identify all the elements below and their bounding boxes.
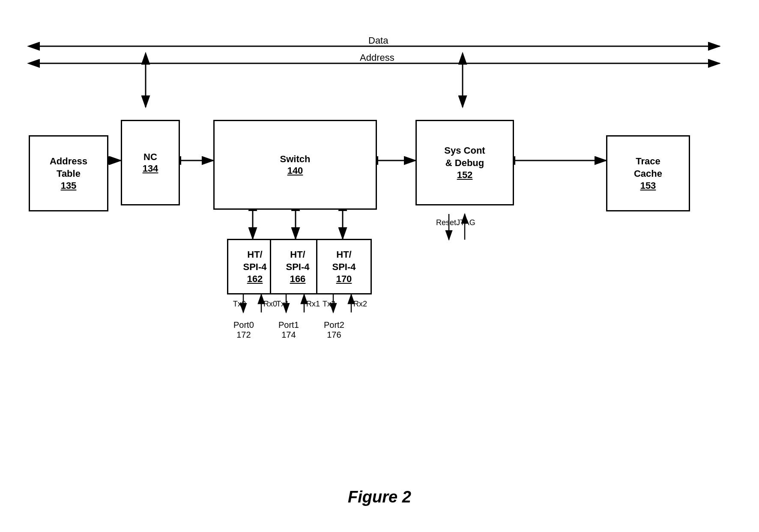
- diagram-svg: [0, 0, 759, 532]
- nc-num: 134: [143, 163, 158, 174]
- port1-label: Port1 174: [278, 320, 299, 340]
- port2-num: 176: [327, 330, 341, 339]
- ht-spi4-170-block: HT/SPI-4 170: [316, 239, 372, 294]
- data-bus-label: Data: [368, 35, 388, 46]
- port1-name: Port1: [278, 320, 299, 330]
- nc-block: NC 134: [121, 120, 180, 205]
- address-table-label: AddressTable: [50, 155, 87, 180]
- jtag-label: JTAG: [456, 218, 475, 227]
- trace-cache-block: TraceCache 153: [606, 135, 690, 211]
- sys-cont-label: Sys Cont& Debug: [444, 145, 485, 169]
- rx2-label: Rx2: [353, 300, 367, 309]
- trace-cache-num: 153: [640, 180, 656, 191]
- nc-label: NC: [143, 151, 157, 163]
- port0-num: 172: [236, 330, 251, 339]
- port2-name: Port2: [324, 320, 344, 330]
- trace-cache-label: TraceCache: [634, 155, 662, 180]
- port1-num: 174: [281, 330, 296, 339]
- port0-label: Port0 172: [233, 320, 254, 340]
- tx2-label: Tx2: [323, 300, 335, 309]
- port2-label: Port2 176: [324, 320, 344, 340]
- ht-spi4-170-label: HT/SPI-4: [332, 249, 356, 273]
- ht-spi4-170-num: 170: [336, 273, 352, 285]
- address-table-block: AddressTable 135: [29, 135, 108, 211]
- switch-num: 140: [287, 165, 303, 176]
- rx1-label: Rx1: [306, 300, 320, 309]
- reset-label: Reset: [436, 218, 456, 227]
- rx0-label: Rx0: [263, 300, 277, 309]
- tx0-label: Tx0: [233, 300, 246, 309]
- ht-spi4-162-num: 162: [247, 273, 263, 285]
- sys-cont-block: Sys Cont& Debug 152: [415, 120, 514, 205]
- ht-spi4-166-label: HT/SPI-4: [286, 249, 309, 273]
- switch-label: Switch: [280, 153, 311, 166]
- switch-block: Switch 140: [213, 120, 377, 210]
- tx1-label: Tx1: [276, 300, 289, 309]
- ht-spi4-162-label: HT/SPI-4: [243, 249, 266, 273]
- address-bus-label: Address: [360, 52, 394, 63]
- port0-name: Port0: [233, 320, 254, 330]
- diagram: Data Address AddressTable 135 NC 134 Swi…: [0, 0, 759, 532]
- address-table-num: 135: [61, 180, 77, 191]
- figure-caption: Figure 2: [348, 488, 411, 506]
- sys-cont-num: 152: [457, 169, 473, 181]
- ht-spi4-166-num: 166: [290, 273, 306, 285]
